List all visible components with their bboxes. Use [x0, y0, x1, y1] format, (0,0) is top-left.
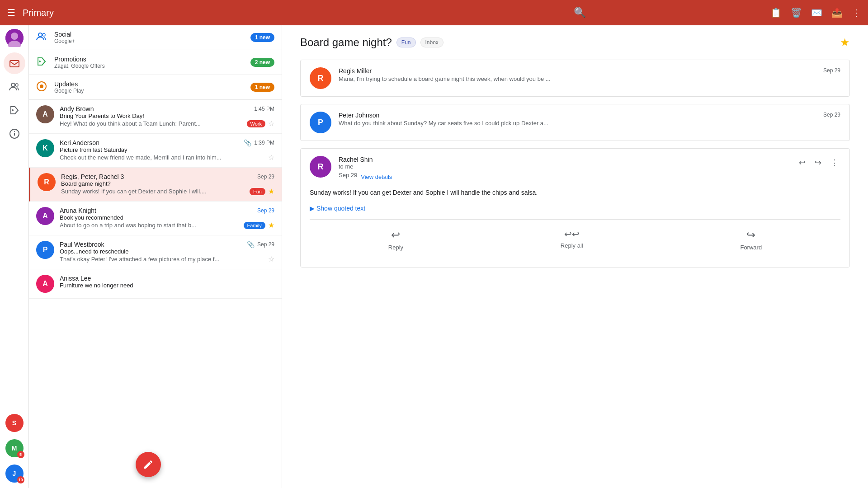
svg-rect-3: [10, 61, 19, 67]
icon-sidebar: S M 5 J 10: [0, 25, 29, 488]
time-andy: 1:45 PM: [254, 106, 274, 112]
msg-sender-peter: Peter Johnson: [339, 112, 816, 119]
promotions-badge: 2 new: [250, 58, 274, 67]
search-icon[interactable]: 🔍: [574, 7, 586, 19]
more-options-icon[interactable]: ⋮: [852, 7, 861, 18]
updates-info: Updates Google Play: [54, 80, 243, 94]
info-icon: [9, 128, 20, 139]
avatar-aruna: A: [36, 207, 54, 225]
contacts-icon: [9, 81, 20, 92]
email-item-keri[interactable]: K Keri Anderson 📎 1:39 PM Picture from l…: [29, 134, 282, 168]
msg-preview-peter: What do you think about Sunday? My car s…: [339, 120, 816, 127]
msg-actions: ↩ ↪ ⋮: [797, 156, 840, 169]
svg-point-14: [40, 84, 43, 88]
preview-keri: Check out the new friend we made, Merril…: [60, 154, 265, 161]
reply-icon: ↩: [391, 229, 400, 241]
archive-icon[interactable]: 📋: [770, 7, 782, 18]
updates-badge: 1 new: [250, 83, 274, 92]
delete-icon[interactable]: 🗑️: [791, 7, 802, 18]
email-item-andy[interactable]: A Andy Brown 1:45 PM Bring Your Parents …: [29, 100, 282, 134]
email-content-anissa: Anissa Lee Furniture we no longer need: [60, 275, 274, 289]
hamburger-icon[interactable]: ☰: [7, 7, 15, 18]
promotions-icon: [36, 56, 47, 69]
sender-anissa: Anissa Lee: [60, 275, 91, 282]
social-sub: Google+: [54, 38, 243, 44]
star-aruna[interactable]: ★: [268, 221, 274, 230]
star-keri[interactable]: ☆: [268, 153, 274, 162]
promotions-name: Promotions: [54, 56, 243, 63]
category-updates[interactable]: Updates Google Play 1 new: [29, 75, 282, 100]
mail-icon[interactable]: ✉️: [811, 7, 822, 18]
user-avatar[interactable]: [5, 29, 24, 47]
reply-action-btn[interactable]: ↩: [797, 156, 807, 169]
msg-sender-rachel: Rachel Shin: [339, 156, 790, 163]
label-fun: Fun: [396, 38, 416, 47]
promotions-info: Promotions Zagat, Google Offers: [54, 56, 243, 69]
message-header-peter: P Peter Johnson What do you think about …: [310, 112, 840, 133]
notification-badge-2: 10: [17, 476, 24, 483]
message-card-regis[interactable]: R Regis Miller Maria, I'm trying to sche…: [300, 60, 850, 97]
email-content-paul: Paul Westbrook 📎 Sep 29 Oops...need to r…: [60, 241, 274, 263]
bottom-avatar-2[interactable]: M 5: [5, 439, 24, 457]
updates-name: Updates: [54, 80, 243, 88]
star-andy[interactable]: ☆: [268, 119, 274, 128]
email-item-anissa[interactable]: A Anissa Lee Furniture we no longer need: [29, 269, 282, 299]
category-social[interactable]: Social Google+ 1 new: [29, 25, 282, 50]
reply-button[interactable]: ↩ Reply: [388, 229, 403, 251]
sender-andy: Andy Brown: [60, 105, 94, 113]
msg-date-regis: Sep 29: [823, 67, 840, 74]
subject-anissa: Furniture we no longer need: [60, 282, 274, 289]
sender-paul: Paul Westbrook: [60, 241, 104, 248]
tag-regis: Fun: [250, 188, 265, 195]
time-paul: Sep 29: [257, 241, 274, 248]
email-item-paul[interactable]: P Paul Westbrook 📎 Sep 29 Oops...need to…: [29, 235, 282, 269]
forward-action-btn[interactable]: ↪: [813, 156, 823, 169]
avatar-andy: A: [36, 105, 54, 123]
svg-point-12: [39, 61, 41, 62]
bottom-avatar-3[interactable]: J 10: [5, 465, 24, 483]
avatar-anissa: A: [36, 275, 54, 293]
show-quoted-link[interactable]: ▶ Show quoted text: [310, 205, 840, 212]
bottom-avatar-1[interactable]: S: [5, 414, 24, 432]
sidebar-item-mail[interactable]: [4, 52, 25, 74]
star-paul[interactable]: ☆: [268, 255, 274, 263]
sidebar-item-labels[interactable]: [4, 99, 25, 121]
detail-subject: Board game night? Fun Inbox: [300, 36, 443, 49]
view-details-link[interactable]: View details: [361, 174, 392, 180]
social-icon: [36, 31, 47, 44]
subject-paul: Oops...need to reschedule: [60, 248, 274, 255]
email-content-keri: Keri Anderson 📎 1:39 PM Picture from las…: [60, 139, 274, 162]
category-promotions[interactable]: Promotions Zagat, Google Offers 2 new: [29, 50, 282, 75]
updates-sub: Google Play: [54, 88, 243, 94]
social-info: Social Google+: [54, 31, 243, 44]
message-card-peter[interactable]: P Peter Johnson What do you think about …: [300, 104, 850, 141]
topbar-left: ☰ Primary: [7, 7, 389, 18]
sender-regis: Regis, Peter, Rachel 3: [61, 173, 124, 180]
compose-fab[interactable]: [136, 452, 161, 477]
detail-star[interactable]: ★: [840, 36, 850, 49]
notification-badge: 5: [17, 451, 24, 458]
mail-tab-icon: [9, 58, 20, 69]
topbar-title: Primary: [23, 8, 54, 18]
more-action-btn[interactable]: ⋮: [829, 156, 840, 169]
star-regis[interactable]: ★: [268, 187, 274, 196]
move-icon[interactable]: 📤: [831, 7, 843, 18]
email-item-aruna[interactable]: A Aruna Knight Sep 29 Book you recommend…: [29, 202, 282, 235]
msg-to-rachel: to me: [339, 163, 790, 170]
forward-button[interactable]: ↪ Forward: [740, 229, 762, 251]
reply-section: ↩ Reply ↩↩ Reply all ↪ Forward: [310, 219, 840, 260]
sender-keri: Keri Anderson: [60, 139, 99, 146]
reply-all-button[interactable]: ↩↩ Reply all: [561, 229, 583, 251]
main-layout: S M 5 J 10 Social Google+ 1 new: [0, 25, 868, 488]
compose-icon: [143, 459, 154, 470]
chevron-right-icon: ▶: [310, 205, 315, 212]
labels-icon: [9, 105, 20, 116]
msg-avatar-peter: P: [310, 112, 331, 133]
email-item-regis[interactable]: R Regis, Peter, Rachel 3 Sep 29 Board ga…: [29, 168, 282, 202]
message-header-regis: R Regis Miller Maria, I'm trying to sche…: [310, 67, 840, 89]
sidebar-item-info[interactable]: [4, 123, 25, 145]
attach-icon-keri: 📎: [244, 139, 251, 146]
sidebar-item-contacts[interactable]: [4, 76, 25, 98]
avatar-paul: P: [36, 241, 54, 259]
avatar-regis: R: [38, 173, 56, 191]
